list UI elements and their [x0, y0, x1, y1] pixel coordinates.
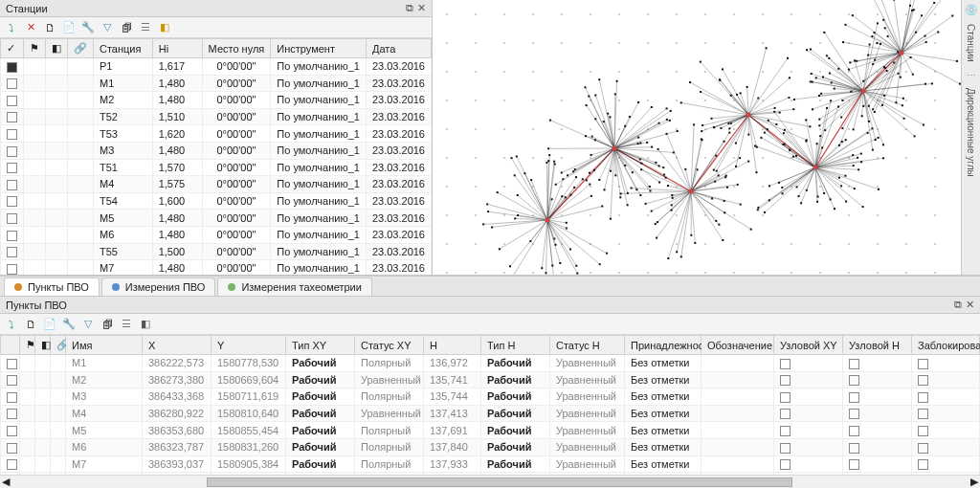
table-row[interactable]: M2386273,3801580669,604РабочийУравненный…	[1, 371, 980, 388]
locked-checkbox[interactable]	[918, 459, 928, 470]
table-row[interactable]: T541,6000°00'00"По умолчанию_123.03.2016	[1, 192, 432, 210]
node-xy-checkbox[interactable]	[780, 443, 791, 454]
col-lock[interactable]: ◧	[46, 39, 68, 58]
pcol-name[interactable]: Имя	[66, 336, 143, 355]
table-row[interactable]: M1386222,5731580778,530РабочийПолярный13…	[1, 355, 980, 372]
row-checkbox[interactable]	[7, 231, 17, 241]
pcol-label[interactable]: Обозначение	[702, 336, 774, 355]
tab-pvo-measure[interactable]: Измерения ПВО	[101, 277, 216, 296]
row-checkbox[interactable]	[7, 112, 17, 122]
pcol-statusxy[interactable]: Статус XY	[355, 336, 424, 355]
open-icon[interactable]: 📄	[61, 20, 77, 35]
pcol-x[interactable]: X	[143, 336, 212, 355]
delete-icon[interactable]: ✕	[23, 20, 38, 35]
pcol-chk[interactable]	[1, 336, 20, 355]
new-icon[interactable]: 🗋	[42, 20, 57, 35]
row-checkbox[interactable]	[7, 78, 17, 89]
scroll-thumb[interactable]	[207, 477, 792, 487]
open-icon[interactable]: 📄	[42, 317, 57, 332]
edit-icon[interactable]: ☰	[119, 317, 134, 332]
locked-checkbox[interactable]	[918, 443, 928, 454]
row-checkbox[interactable]	[7, 146, 17, 157]
table-row[interactable]: M61,4800°00'00"По умолчанию_123.03.2016	[1, 226, 432, 243]
table-row[interactable]: M7386393,0371580905,384РабочийПолярный13…	[1, 455, 980, 473]
pcol-lock[interactable]: ◧	[35, 336, 51, 355]
locked-checkbox[interactable]	[918, 359, 928, 369]
node-h-checkbox[interactable]	[849, 426, 859, 436]
row-checkbox[interactable]	[7, 247, 17, 257]
row-checkbox[interactable]	[7, 163, 17, 173]
tab-pvo-points[interactable]: Пункты ПВО	[4, 277, 100, 296]
col-station[interactable]: Станция	[94, 39, 153, 58]
map-tab-handle[interactable]: 💿	[965, 4, 978, 16]
row-checkbox[interactable]	[7, 459, 17, 470]
col-zero[interactable]: Место нуля	[202, 39, 271, 58]
node-xy-checkbox[interactable]	[780, 426, 791, 436]
scroll-right-icon[interactable]: ▶	[970, 476, 978, 488]
row-checkbox[interactable]	[7, 213, 17, 224]
col-chk[interactable]: ✓	[1, 39, 24, 58]
row-checkbox[interactable]	[7, 426, 17, 436]
edit-icon[interactable]: ☰	[138, 20, 153, 35]
color-icon[interactable]: ◧	[157, 20, 172, 35]
pcol-locked[interactable]: Заблокирован	[912, 336, 980, 355]
col-hi[interactable]: Hi	[152, 39, 202, 58]
pcol-typexy[interactable]: Тип XY	[286, 336, 355, 355]
table-row[interactable]: M4386280,9221580810,640РабочийУравненный…	[1, 405, 980, 422]
row-checkbox[interactable]	[7, 264, 17, 275]
col-instr[interactable]: Инструмент	[271, 39, 367, 58]
node-xy-checkbox[interactable]	[780, 375, 791, 386]
node-xy-checkbox[interactable]	[780, 359, 791, 369]
pcol-flag[interactable]: ⚑	[20, 336, 35, 355]
pcol-h[interactable]: H	[424, 336, 481, 355]
node-h-checkbox[interactable]	[849, 359, 859, 369]
map-tab-angles[interactable]: Дирекционные углы	[964, 84, 978, 181]
row-checkbox[interactable]	[7, 375, 17, 386]
table-row[interactable]: T531,6200°00'00"По умолчанию_123.03.2016	[1, 125, 432, 143]
table-row[interactable]: M3386433,3681580711,619РабочийПолярный13…	[1, 388, 980, 406]
filter-icon[interactable]: ▽	[100, 20, 115, 35]
table-row[interactable]: T521,5100°00'00"По умолчанию_123.03.2016	[1, 108, 432, 125]
stations-table-scroll[interactable]: ✓ ⚑ ◧ 🔗 Станция Hi Место нуля Инструмент…	[0, 38, 432, 275]
table-row[interactable]: M5386353,6801580855,454РабочийПолярный13…	[1, 422, 980, 439]
table-row[interactable]: T551,5000°00'00"По умолчанию_123.03.2016	[1, 243, 432, 260]
col-link[interactable]: 🔗	[68, 39, 94, 58]
pcol-statush[interactable]: Статус H	[550, 336, 625, 355]
row-checkbox[interactable]	[7, 196, 17, 207]
filter-icon[interactable]: ▽	[80, 317, 96, 332]
col-date[interactable]: Дата	[366, 39, 431, 58]
node-h-checkbox[interactable]	[849, 459, 859, 470]
node-h-checkbox[interactable]	[849, 443, 859, 454]
locked-checkbox[interactable]	[918, 426, 928, 436]
map-tab-stations[interactable]: Станции	[964, 20, 978, 66]
table-row[interactable]: M31,4800°00'00"По умолчанию_123.03.2016	[1, 142, 432, 159]
dock-icon[interactable]: ⧉	[406, 2, 413, 14]
table-row[interactable]: P11,6170°00'00"По умолчанию_123.03.2016	[1, 58, 432, 76]
close-icon[interactable]: ✕	[417, 2, 426, 14]
pvo-close-icon[interactable]: ✕	[966, 299, 974, 311]
row-checkbox[interactable]	[7, 62, 17, 73]
node-h-checkbox[interactable]	[849, 375, 859, 386]
table-row[interactable]: M6386323,7871580831,260РабочийПолярный13…	[1, 438, 980, 455]
table-row[interactable]: M71,4800°00'00"По умолчанию_123.03.2016	[1, 260, 432, 275]
pcol-nodexy[interactable]: Узловой XY	[774, 336, 843, 355]
table-row[interactable]: T511,5700°00'00"По умолчанию_123.03.2016	[1, 159, 432, 176]
row-checkbox[interactable]	[7, 443, 17, 454]
node-xy-checkbox[interactable]	[780, 459, 791, 470]
pcol-nodeh[interactable]: Узловой H	[843, 336, 912, 355]
node-h-checkbox[interactable]	[849, 392, 859, 403]
row-checkbox[interactable]	[7, 409, 17, 419]
tree-icon[interactable]: ⤵	[4, 20, 19, 35]
pvo-table-scroll[interactable]: ⚑ ◧ 🔗 Имя X Y Тип XY Статус XY H Тип H С…	[0, 335, 980, 475]
table-row[interactable]: M11,4800°00'00"По умолчанию_123.03.2016	[1, 75, 432, 92]
color-icon[interactable]: ◧	[138, 317, 153, 332]
node-xy-checkbox[interactable]	[780, 392, 791, 403]
pvo-hscrollbar[interactable]: ◀ ▶	[0, 475, 980, 488]
copy-icon[interactable]: 🗐	[100, 317, 115, 332]
props-icon[interactable]: 🔧	[80, 20, 96, 35]
pcol-own[interactable]: Принадлежность	[625, 336, 702, 355]
locked-checkbox[interactable]	[918, 409, 928, 419]
row-checkbox[interactable]	[7, 180, 17, 190]
table-row[interactable]: M21,4800°00'00"По умолчанию_123.03.2016	[1, 92, 432, 109]
locked-checkbox[interactable]	[918, 392, 928, 403]
